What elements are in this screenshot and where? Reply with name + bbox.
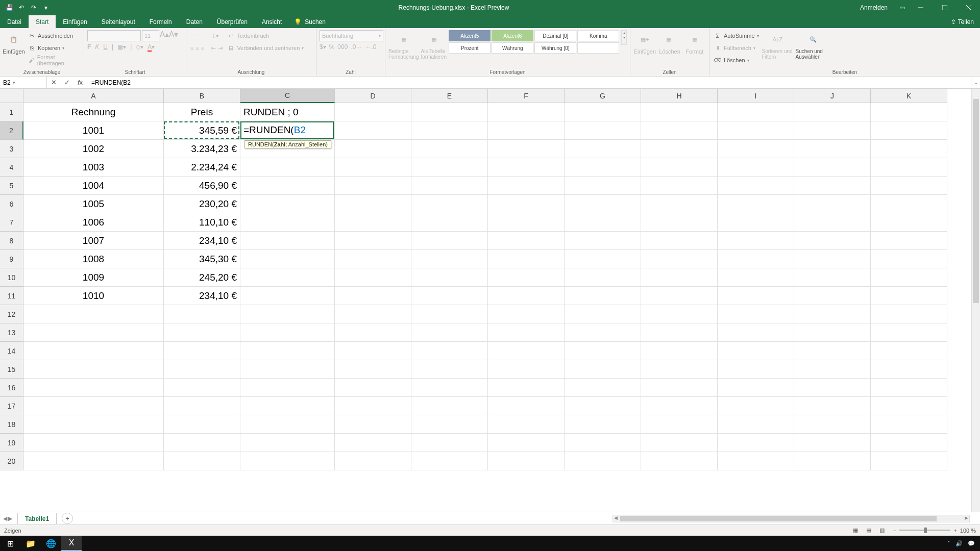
cut-button[interactable]: ✂Ausschneiden [27, 30, 81, 41]
cell-F19[interactable] [488, 434, 565, 452]
align-left-icon[interactable]: ≡ [190, 45, 193, 51]
cell-K17[interactable] [871, 397, 947, 415]
cell-F16[interactable] [488, 379, 565, 397]
cell-J3[interactable] [794, 140, 871, 158]
conditional-formatting-button[interactable]: ▦ Bedingte Formatierung [388, 30, 419, 60]
col-header-C[interactable]: C [240, 89, 335, 103]
cell-J20[interactable] [794, 452, 871, 470]
cell-B15[interactable] [164, 360, 240, 379]
underline-button[interactable]: U [103, 43, 108, 51]
cell-K18[interactable] [871, 415, 947, 434]
cell-C1[interactable]: RUNDEN ; 0 [240, 103, 335, 121]
col-header-K[interactable]: K [871, 89, 947, 103]
tab-einfügen[interactable]: Einfügen [56, 15, 94, 28]
sheet-tab-active[interactable]: Tabelle1 [17, 513, 57, 524]
col-header-E[interactable]: E [411, 89, 488, 103]
row-header-19[interactable]: 19 [0, 434, 23, 452]
font-name-combo[interactable] [87, 30, 141, 41]
cell-J16[interactable] [794, 379, 871, 397]
decrease-indent-icon[interactable]: ⇤ [211, 45, 216, 52]
worksheet-grid[interactable]: ABCDEFGHIJK 1234567891011121314151617181… [0, 89, 980, 512]
cell-H17[interactable] [641, 397, 718, 415]
tab-formeln[interactable]: Formeln [142, 15, 179, 28]
cell-F14[interactable] [488, 342, 565, 360]
cell-E13[interactable] [411, 323, 488, 342]
cell-J1[interactable] [794, 103, 871, 121]
cell-I18[interactable] [718, 415, 794, 434]
accounting-format-icon[interactable]: $▾ [320, 43, 326, 51]
row-header-17[interactable]: 17 [0, 397, 23, 415]
cell-I14[interactable] [718, 342, 794, 360]
cell-K15[interactable] [871, 360, 947, 379]
cell-D20[interactable] [335, 452, 411, 470]
tab-ansicht[interactable]: Ansicht [255, 15, 289, 28]
row-header-8[interactable]: 8 [0, 232, 23, 250]
cell-D9[interactable] [335, 250, 411, 268]
style-waehrung0[interactable]: Währung [0] [534, 42, 576, 54]
cell-K1[interactable] [871, 103, 947, 121]
cell-G18[interactable] [565, 415, 641, 434]
cell-B2[interactable]: 345,59 € [164, 121, 240, 140]
cell-H6[interactable] [641, 195, 718, 213]
save-icon[interactable]: 💾 [5, 4, 13, 12]
cell-J17[interactable] [794, 397, 871, 415]
cell-J19[interactable] [794, 434, 871, 452]
cell-E7[interactable] [411, 213, 488, 232]
zoom-value[interactable]: 100 % [960, 528, 976, 534]
cell-D1[interactable] [335, 103, 411, 121]
style-blank[interactable] [577, 42, 619, 54]
cell-D17[interactable] [335, 397, 411, 415]
cell-G20[interactable] [565, 452, 641, 470]
cell-K7[interactable] [871, 213, 947, 232]
vertical-scrollbar[interactable] [971, 89, 980, 512]
cell-I16[interactable] [718, 379, 794, 397]
sheet-nav-buttons[interactable]: ◀▶ [0, 515, 15, 522]
cell-D2[interactable] [335, 121, 411, 140]
tray-chevron-icon[interactable]: ˄ [947, 540, 950, 547]
cell-E8[interactable] [411, 232, 488, 250]
col-header-F[interactable]: F [488, 89, 565, 103]
page-layout-view-button[interactable]: ▤ [863, 526, 875, 535]
cell-H11[interactable] [641, 287, 718, 305]
horizontal-scrollbar[interactable]: ◀▶ [612, 515, 970, 522]
row-header-18[interactable]: 18 [0, 415, 23, 434]
cell-E14[interactable] [411, 342, 488, 360]
cell-C17[interactable] [240, 397, 335, 415]
cell-B16[interactable] [164, 379, 240, 397]
signin-link[interactable]: Anmelden [852, 4, 895, 11]
comma-format-icon[interactable]: 000 [337, 43, 348, 51]
cell-D6[interactable] [335, 195, 411, 213]
cell-F3[interactable] [488, 140, 565, 158]
cell-K13[interactable] [871, 323, 947, 342]
cell-G5[interactable] [565, 177, 641, 195]
cell-I10[interactable] [718, 268, 794, 287]
cell-E2[interactable] [411, 121, 488, 140]
cell-I2[interactable] [718, 121, 794, 140]
orientation-icon[interactable]: ⤹▾ [211, 33, 219, 39]
col-header-I[interactable]: I [718, 89, 794, 103]
cell-K11[interactable] [871, 287, 947, 305]
row-header-1[interactable]: 1 [0, 103, 23, 121]
cell-D18[interactable] [335, 415, 411, 434]
cell-C4[interactable] [240, 158, 335, 177]
align-middle-icon[interactable]: ≡ [195, 33, 199, 39]
row-header-4[interactable]: 4 [0, 158, 23, 177]
cell-A14[interactable] [23, 342, 164, 360]
cell-C8[interactable] [240, 232, 335, 250]
cell-I3[interactable] [718, 140, 794, 158]
cell-A7[interactable]: 1006 [23, 213, 164, 232]
autosum-button[interactable]: ΣAutoSumme▾ [713, 30, 760, 41]
undo-icon[interactable]: ↶ [17, 4, 26, 12]
cell-K3[interactable] [871, 140, 947, 158]
cell-J10[interactable] [794, 268, 871, 287]
cell-B18[interactable] [164, 415, 240, 434]
cell-G2[interactable] [565, 121, 641, 140]
cell-D8[interactable] [335, 232, 411, 250]
cell-I13[interactable] [718, 323, 794, 342]
cell-F6[interactable] [488, 195, 565, 213]
find-select-button[interactable]: 🔍Suchen und Auswählen [796, 30, 830, 60]
cell-G17[interactable] [565, 397, 641, 415]
cell-B8[interactable]: 234,10 € [164, 232, 240, 250]
cell-K16[interactable] [871, 379, 947, 397]
cell-C7[interactable] [240, 213, 335, 232]
